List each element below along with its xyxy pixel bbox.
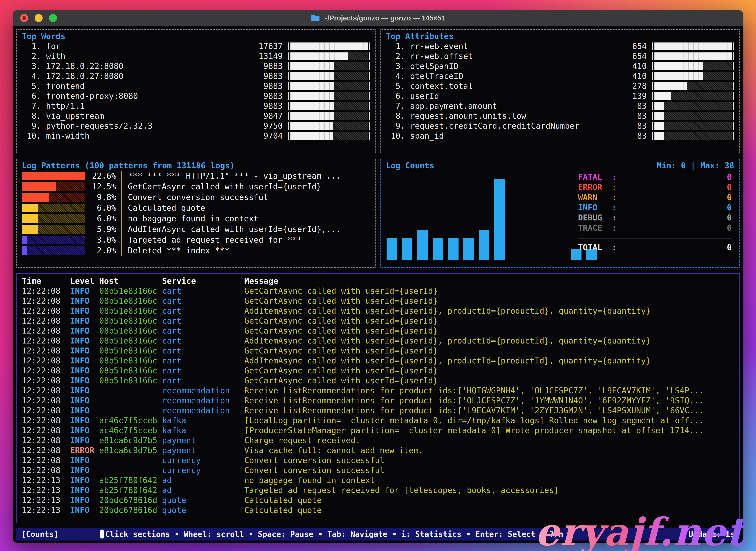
pattern-percent: 3.0%	[85, 235, 116, 245]
window-titlebar[interactable]: ~/Projects/gonzo — gonzo — 145×51	[13, 10, 743, 26]
bar-fill	[290, 52, 348, 60]
legend-label: FATAL	[578, 172, 612, 182]
log-row[interactable]: 12:22:08INFOe81ca6c9d7b5paymentCharge re…	[17, 436, 739, 445]
panel-top-words[interactable]: Top Words 1.for176372.with131493.172.18.…	[16, 29, 376, 153]
bar-tick-left	[288, 82, 289, 90]
log-row[interactable]: 12:22:08INFO08b51e83166ccartGetCartAsync…	[17, 296, 739, 306]
top-attribute-count: 654	[618, 51, 647, 61]
top-attribute-rank: 8.	[386, 111, 405, 121]
bar-track	[654, 122, 732, 130]
cell-service: kafka	[162, 426, 244, 436]
log-row[interactable]: 12:22:08INFO08b51e83166ccartGetCartAsync…	[17, 286, 739, 296]
top-attribute-row: 4.otelTraceID410	[386, 71, 734, 81]
pattern-text: Targeted ad request received for ***	[121, 234, 370, 245]
top-attributes-list: 1.rr-web.event6542.rr-web.offset6543.ote…	[386, 41, 734, 141]
status-help: Click sections • Wheel: scroll • Space: …	[105, 529, 563, 539]
bar-fill	[654, 122, 664, 130]
log-row[interactable]: 12:22:13INFO20bdc678616dquoteCalculated …	[17, 495, 739, 505]
cell-time: 12:22:08	[22, 336, 70, 346]
cell-service: cart	[162, 286, 244, 296]
log-row[interactable]: 12:22:08INFO08b51e83166ccartAddItemAsync…	[17, 306, 739, 316]
bar-track	[290, 112, 368, 120]
top-attribute-rank: 5.	[386, 81, 405, 91]
cell-message: AddItemAsync called with userId={userId}…	[244, 356, 739, 366]
log-row[interactable]: 12:22:13INFOab25f780f642adno baggage fou…	[17, 475, 739, 485]
panel-log-counts[interactable]: Log Counts Min: 0 | Max: 38 FATAL:0ERROR…	[380, 159, 740, 268]
cell-message: Receive ListRecommendations for product …	[244, 406, 739, 416]
cell-service: cart	[162, 366, 244, 376]
cell-time: 12:22:13	[22, 505, 70, 515]
log-pattern-row[interactable]: 3.0%Targeted ad request received for ***	[22, 234, 370, 245]
cell-message: GetCartAsync called with userId={userId}	[244, 326, 739, 336]
log-pattern-row[interactable]: 2.0%Deleted *** index ***	[22, 245, 370, 256]
panel-log-table[interactable]: Time Level Host Service Message 12:22:08…	[16, 273, 740, 523]
cell-time: 12:22:08	[22, 296, 70, 306]
log-row[interactable]: 12:22:08INFOcurrencyConvert conversion s…	[17, 455, 739, 465]
legend-value: 0	[727, 242, 732, 252]
pattern-bar-fill	[22, 172, 85, 180]
close-button[interactable]	[20, 14, 28, 22]
bar-tick-right	[733, 132, 734, 140]
log-pattern-row[interactable]: 6.0%Calculated quote	[22, 202, 370, 213]
log-row[interactable]: 12:22:08INFOcurrencyConvert conversion s…	[17, 465, 739, 475]
pattern-bar	[22, 172, 85, 180]
log-row[interactable]: 12:22:08INFOac46c7f5ccebkafka[ProducerSt…	[17, 426, 739, 436]
minimize-button[interactable]	[35, 14, 43, 22]
cell-host: 08b51e83166c	[99, 286, 162, 296]
log-row[interactable]: 12:22:08INFOrecommendationReceive ListRe…	[17, 396, 739, 406]
legend-separator	[578, 238, 732, 238]
log-pattern-row[interactable]: 5.9%AddItemAsync called with userId={use…	[22, 224, 370, 234]
bar-track	[654, 132, 732, 140]
top-attribute-label: request.amount.units.low	[410, 111, 618, 121]
log-row[interactable]: 12:22:08INFO08b51e83166ccartGetCartAsync…	[17, 326, 739, 336]
log-row[interactable]: 12:22:08INFO08b51e83166ccartGetCartAsync…	[17, 366, 739, 376]
cell-service: ad	[162, 485, 244, 495]
legend-colon: :	[612, 182, 617, 192]
panel-top-attributes[interactable]: Top Attributes 1.rr-web.event6542.rr-web…	[380, 29, 740, 153]
bar-fill	[654, 112, 664, 120]
bar-tick-right	[369, 62, 370, 70]
cell-host: 20bdc678616d	[99, 505, 162, 515]
top-word-rank: 2.	[22, 51, 41, 61]
log-row[interactable]: 12:22:08INFO08b51e83166ccartGetCartAsync…	[17, 376, 739, 386]
log-patterns-list: 22.6%*** *** *** HTTP/1.1" *** - via_ups…	[22, 171, 370, 256]
col-level: Level	[70, 276, 99, 286]
top-word-row: 2.with13149	[22, 51, 370, 61]
log-row[interactable]: 12:22:08ERRORe81ca6c9d7b5paymentVisa cac…	[17, 445, 739, 455]
top-attribute-label: otelTraceID	[410, 71, 618, 81]
cell-message: [LocalLog partition=__cluster_metadata-0…	[244, 416, 739, 426]
log-row[interactable]: 12:22:08INFO08b51e83166ccartGetCartAsync…	[17, 346, 739, 356]
log-row[interactable]: 12:22:08INFOrecommendationReceive ListRe…	[17, 386, 739, 396]
bar-tick-right	[369, 82, 370, 90]
log-pattern-row[interactable]: 9.8%Convert conversion successful	[22, 192, 370, 202]
top-word-label: http/1.1	[46, 101, 254, 111]
log-row[interactable]: 12:22:13INFOab25f780f642adTargeted ad re…	[17, 485, 739, 495]
zoom-button[interactable]	[49, 14, 57, 22]
log-pattern-row[interactable]: 22.6%*** *** *** HTTP/1.1" *** - via_ups…	[22, 171, 370, 181]
pattern-text: GetCartAsync called with userId={userId}	[121, 181, 370, 192]
cell-host: 08b51e83166c	[99, 316, 162, 326]
top-word-count: 9883	[254, 81, 283, 91]
bar-tick-right	[369, 72, 370, 80]
log-row[interactable]: 12:22:08INFO08b51e83166ccartGetCartAsync…	[17, 316, 739, 326]
legend-row-total: TOTAL:0	[578, 242, 732, 252]
bar-track	[290, 132, 368, 140]
log-pattern-row[interactable]: 6.0%no baggage found in context	[22, 213, 370, 224]
cell-service: quote	[162, 505, 244, 515]
log-row[interactable]: 12:22:08INFO08b51e83166ccartAddItemAsync…	[17, 336, 739, 346]
cell-service: cart	[162, 326, 244, 336]
cell-level: INFO	[70, 296, 99, 306]
top-words-title: Top Words	[22, 31, 370, 41]
log-row[interactable]: 12:22:08INFO08b51e83166ccartAddItemAsync…	[17, 356, 739, 366]
top-attribute-count: 410	[618, 61, 647, 71]
cell-message: Receive ListRecommendations for product …	[244, 386, 739, 396]
log-row[interactable]: 12:22:08INFOac46c7f5ccebkafka[LocalLog p…	[17, 416, 739, 426]
log-pattern-row[interactable]: 12.5%GetCartAsync called with userId={us…	[22, 181, 370, 192]
cell-service: ad	[162, 475, 244, 485]
cell-level: INFO	[70, 406, 99, 416]
desktop-wallpaper: ~/Projects/gonzo — gonzo — 145×51 Top Wo…	[0, 0, 756, 551]
log-row[interactable]: 12:22:08INFOrecommendationReceive ListRe…	[17, 406, 739, 416]
panel-log-patterns[interactable]: Log Patterns (100 patterns from 131186 l…	[16, 159, 376, 268]
bar-fill	[290, 122, 333, 130]
top-attribute-row: 9.request.creditCard.creditCardNumber83	[386, 121, 734, 131]
